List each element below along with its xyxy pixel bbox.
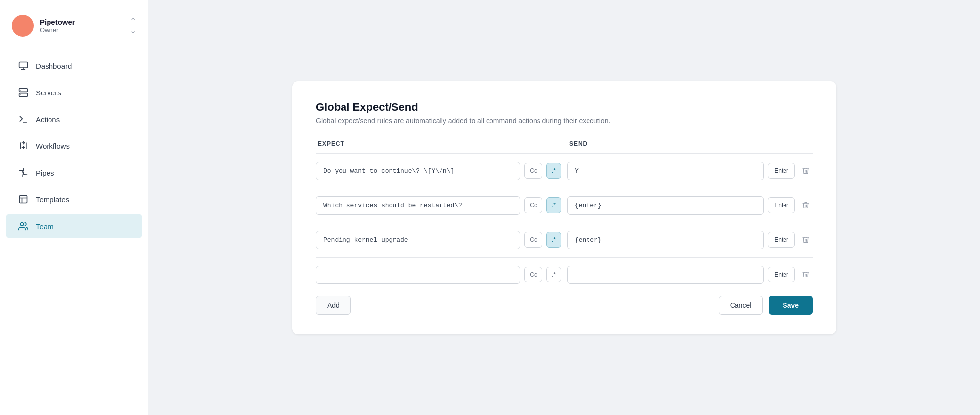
user-name: Pipetower <box>40 18 75 26</box>
chevron-updown-icon[interactable]: ⌃⌄ <box>130 16 136 35</box>
terminal-icon <box>18 114 29 125</box>
regex-button-3[interactable]: .* <box>546 232 561 248</box>
cc-button-4[interactable]: Cc <box>524 267 542 282</box>
delete-button-2[interactable] <box>799 198 813 212</box>
row-divider-3 <box>316 257 813 258</box>
avatar <box>12 15 34 37</box>
row-divider-2 <box>316 223 813 223</box>
sidebar-nav: Dashboard Servers Actions <box>0 48 148 243</box>
send-input-2[interactable] <box>567 196 764 215</box>
user-role: Owner <box>40 26 75 34</box>
sidebar-item-pipes[interactable]: Pipes <box>6 160 142 185</box>
expect-section-3: Cc .* <box>316 231 561 249</box>
expect-section-2: Cc .* <box>316 196 561 215</box>
cancel-button[interactable]: Cancel <box>719 296 763 315</box>
send-section-4: Enter <box>567 266 813 284</box>
sidebar-item-label: Workflows <box>36 142 70 150</box>
header-divider <box>316 153 813 154</box>
regex-button-1[interactable]: .* <box>546 163 561 179</box>
sidebar-item-workflows[interactable]: Workflows <box>6 134 142 158</box>
actions-bar: Add Cancel Save <box>316 296 813 315</box>
save-button[interactable]: Save <box>769 296 813 315</box>
sidebar-item-label: Actions <box>36 115 60 124</box>
sidebar-item-label: Servers <box>36 89 61 97</box>
sidebar: Pipetower Owner ⌃⌄ Dashboard <box>0 0 148 415</box>
monitor-icon <box>18 60 29 71</box>
sidebar-header: Pipetower Owner ⌃⌄ <box>0 10 148 48</box>
enter-button-1[interactable]: Enter <box>768 163 795 179</box>
enter-button-4[interactable]: Enter <box>768 267 795 282</box>
svg-rect-0 <box>19 62 28 68</box>
trash-icon <box>802 271 810 278</box>
col-send-label: SEND <box>569 140 811 147</box>
row-divider-1 <box>316 188 813 188</box>
sidebar-item-label: Dashboard <box>36 62 72 70</box>
table-row: Cc .* Enter <box>316 266 813 284</box>
expect-input-3[interactable] <box>316 231 520 249</box>
expect-input-4[interactable] <box>316 266 520 284</box>
expect-section-1: Cc .* <box>316 162 561 180</box>
cc-button-3[interactable]: Cc <box>524 232 542 248</box>
svg-rect-10 <box>20 196 27 203</box>
cc-button-2[interactable]: Cc <box>524 197 542 213</box>
sidebar-item-dashboard[interactable]: Dashboard <box>6 53 142 78</box>
table-row: Cc .* Enter <box>316 196 813 215</box>
right-actions: Cancel Save <box>719 296 813 315</box>
sidebar-item-label: Team <box>36 222 54 231</box>
delete-button-4[interactable] <box>799 268 813 281</box>
sidebar-item-servers[interactable]: Servers <box>6 80 142 105</box>
regex-button-4[interactable]: .* <box>546 267 561 282</box>
regex-button-2[interactable]: .* <box>546 197 561 213</box>
sidebar-item-templates[interactable]: Templates <box>6 187 142 212</box>
pipes-icon <box>18 167 29 178</box>
table-row: Cc .* Enter <box>316 162 813 180</box>
templates-icon <box>18 194 29 205</box>
panel-title: Global Expect/Send <box>316 101 813 114</box>
enter-button-2[interactable]: Enter <box>768 197 795 213</box>
trash-icon <box>802 236 810 244</box>
sidebar-item-label: Pipes <box>36 169 54 177</box>
main-content: Global Expect/Send Global expect/send ru… <box>148 0 980 415</box>
delete-button-1[interactable] <box>799 164 813 178</box>
send-input-1[interactable] <box>567 162 764 180</box>
trash-icon <box>802 167 810 175</box>
sidebar-user: Pipetower Owner <box>12 15 75 37</box>
sidebar-item-actions[interactable]: Actions <box>6 107 142 132</box>
workflows-icon <box>18 140 29 151</box>
expect-section-4: Cc .* <box>316 266 561 284</box>
user-info: Pipetower Owner <box>40 18 75 34</box>
table-rows-area: Cc .* Enter <box>316 162 813 284</box>
send-input-4[interactable] <box>567 266 764 284</box>
team-icon <box>18 221 29 231</box>
svg-point-13 <box>20 223 24 226</box>
panel: Global Expect/Send Global expect/send ru… <box>292 81 836 334</box>
send-section-2: Enter <box>567 196 813 215</box>
send-input-3[interactable] <box>567 231 764 249</box>
trash-icon <box>802 201 810 209</box>
send-section-1: Enter <box>567 162 813 180</box>
expect-input-1[interactable] <box>316 162 520 180</box>
enter-button-3[interactable]: Enter <box>768 232 795 248</box>
delete-button-3[interactable] <box>799 233 813 247</box>
sidebar-item-label: Templates <box>36 195 69 204</box>
send-section-3: Enter <box>567 231 813 249</box>
sidebar-item-team[interactable]: Team <box>6 214 142 238</box>
table-row: Cc .* Enter <box>316 231 813 249</box>
server-icon <box>18 87 29 98</box>
panel-subtitle: Global expect/send rules are automatical… <box>316 117 813 125</box>
col-expect-label: EXPECT <box>318 140 559 147</box>
add-button[interactable]: Add <box>316 296 351 315</box>
expect-input-2[interactable] <box>316 196 520 215</box>
table-header: EXPECT SEND <box>316 140 813 147</box>
cc-button-1[interactable]: Cc <box>524 163 542 179</box>
